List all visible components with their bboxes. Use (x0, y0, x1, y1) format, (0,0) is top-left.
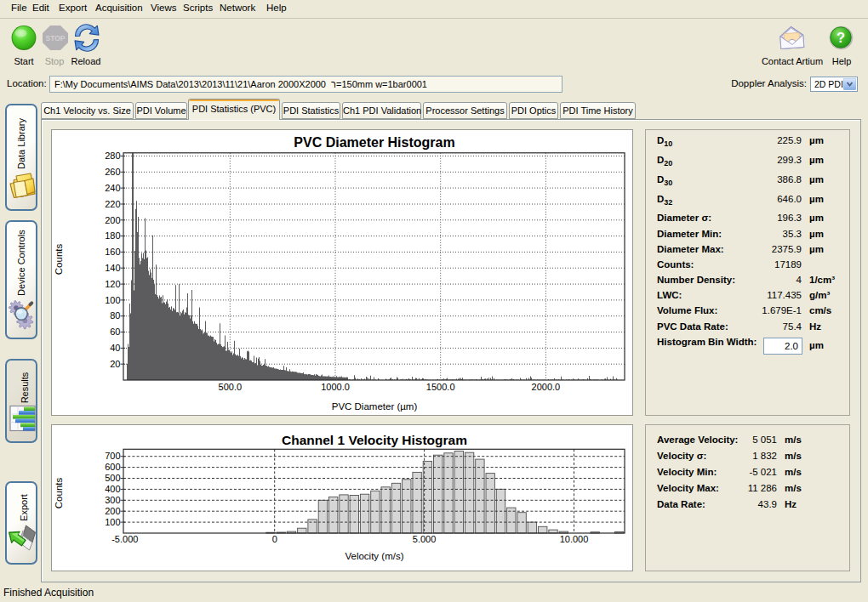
svg-text:PVC Diameter (µm): PVC Diameter (µm) (332, 401, 418, 412)
svg-text:300: 300 (105, 495, 120, 505)
svg-text:60: 60 (110, 327, 120, 337)
svg-text:Counts: Counts (54, 244, 64, 275)
svg-text:1500.0: 1500.0 (426, 382, 455, 392)
svg-text:Channel 1 Velocity Histogram: Channel 1 Velocity Histogram (282, 433, 467, 447)
svg-text:1000.0: 1000.0 (321, 382, 350, 392)
svg-text:-5.000: -5.000 (111, 534, 138, 544)
svg-text:Velocity (m/s): Velocity (m/s) (345, 551, 403, 561)
svg-text:500.0: 500.0 (219, 382, 243, 392)
svg-text:2000.0: 2000.0 (532, 382, 561, 392)
svg-text:240: 240 (105, 183, 120, 193)
svg-text:100: 100 (105, 517, 120, 527)
svg-text:PVC Diameter Histogram: PVC Diameter Histogram (294, 135, 454, 150)
svg-text:40: 40 (110, 343, 120, 353)
svg-text:200: 200 (105, 215, 120, 225)
svg-text:260: 260 (105, 167, 120, 177)
svg-text:120: 120 (105, 279, 120, 289)
svg-text:140: 140 (105, 263, 120, 273)
svg-text:20: 20 (110, 359, 120, 369)
svg-text:10.000: 10.000 (560, 534, 589, 544)
svg-text:160: 160 (105, 247, 120, 257)
svg-text:220: 220 (105, 199, 120, 209)
svg-text:600: 600 (105, 462, 120, 472)
svg-text:500: 500 (105, 473, 120, 483)
svg-text:Counts: Counts (54, 478, 64, 509)
svg-text:180: 180 (105, 230, 120, 241)
svg-text:200: 200 (105, 506, 120, 516)
svg-text:400: 400 (105, 484, 120, 494)
svg-text:100: 100 (105, 295, 120, 305)
svg-text:700: 700 (105, 451, 120, 461)
svg-text:280: 280 (105, 150, 120, 161)
svg-text:0: 0 (272, 534, 277, 544)
svg-text:80: 80 (110, 310, 120, 321)
svg-text:5.000: 5.000 (413, 534, 437, 544)
